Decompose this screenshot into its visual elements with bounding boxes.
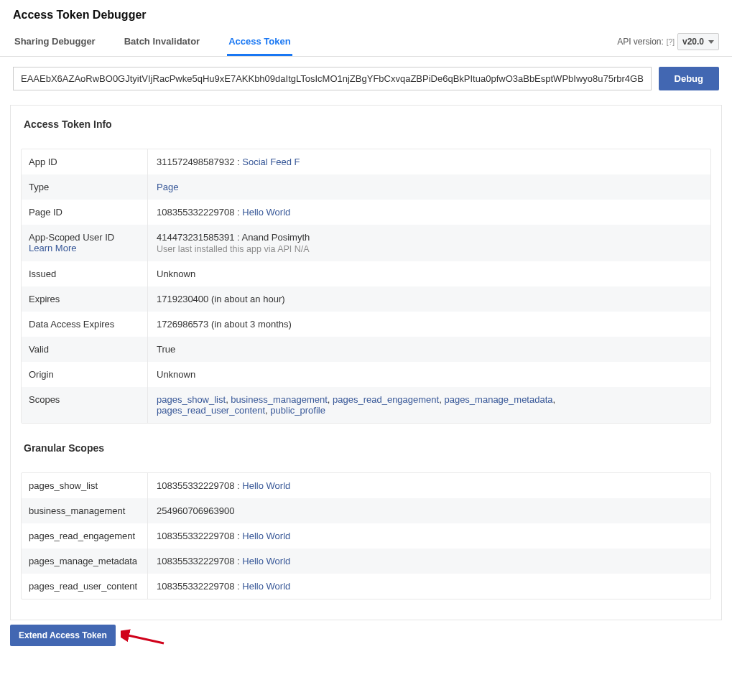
label-type: Type <box>22 174 148 200</box>
granular-scope-value: 108355332229708 : Hello World <box>148 473 710 498</box>
debug-button[interactable]: Debug <box>659 67 719 90</box>
granular-scope-value: 108355332229708 : Hello World <box>148 523 710 549</box>
value-issued: Unknown <box>148 261 710 286</box>
row-page-id: Page ID 108355332229708 : Hello World <box>22 200 710 225</box>
scope-link[interactable]: pages_read_engagement <box>333 394 439 405</box>
label-page-id: Page ID <box>22 200 148 225</box>
granular-scope-label: pages_read_user_content <box>22 574 148 599</box>
row-origin: Origin Unknown <box>22 362 710 387</box>
scope-link[interactable]: pages_read_user_content <box>157 405 265 416</box>
granular-scope-value: 254960706963900 <box>148 498 710 523</box>
granular-row: pages_read_engagement108355332229708 : H… <box>22 523 710 549</box>
section-title-access-token-info: Access Token Info <box>21 116 711 149</box>
type-link[interactable]: Page <box>157 182 178 192</box>
extend-token-row: Extend Access Token <box>0 625 732 659</box>
label-expires: Expires <box>22 286 148 312</box>
label-data-access-expires: Data Access Expires <box>22 312 148 337</box>
label-valid: Valid <box>22 337 148 362</box>
label-origin: Origin <box>22 362 148 387</box>
granular-row: pages_read_user_content108355332229708 :… <box>22 574 710 599</box>
granular-scope-label: pages_manage_metadata <box>22 549 148 574</box>
page-name-link[interactable]: Hello World <box>242 207 290 218</box>
results-panel: Access Token Info App ID 311572498587932… <box>10 105 722 620</box>
granular-row: business_management254960706963900 <box>22 498 710 523</box>
section-title-granular-scopes: Granular Scopes <box>21 439 711 472</box>
user-name: Anand Posimyth <box>242 232 310 243</box>
value-type: Page <box>148 174 710 200</box>
granular-row: pages_show_list108355332229708 : Hello W… <box>22 473 710 498</box>
granular-scope-value: 108355332229708 : Hello World <box>148 574 710 599</box>
api-version-area: API version: [?] v20.0 <box>617 33 719 56</box>
chevron-down-icon <box>708 40 714 44</box>
row-type: Type Page <box>22 174 710 200</box>
row-issued: Issued Unknown <box>22 261 710 286</box>
tabs: Sharing Debugger Batch Invalidator Acces… <box>13 27 292 56</box>
value-valid: True <box>148 337 710 362</box>
app-name-link[interactable]: Social Feed F <box>242 157 300 167</box>
access-token-input[interactable] <box>13 67 652 90</box>
label-issued: Issued <box>22 261 148 286</box>
scope-link[interactable]: pages_show_list <box>157 394 226 405</box>
tab-sharing-debugger[interactable]: Sharing Debugger <box>13 27 97 56</box>
api-version-value: v20.0 <box>682 37 704 47</box>
token-input-row: Debug <box>0 57 732 101</box>
app-id-number: 311572498587932 <box>157 157 234 167</box>
granular-scope-label: pages_read_engagement <box>22 523 148 549</box>
granular-scope-label: pages_show_list <box>22 473 148 498</box>
tab-bar: Sharing Debugger Batch Invalidator Acces… <box>0 27 732 57</box>
extend-access-token-button[interactable]: Extend Access Token <box>10 625 116 646</box>
row-data-access-expires: Data Access Expires 1726986573 (in about… <box>22 312 710 337</box>
value-user-id: 414473231585391 : Anand Posimyth User la… <box>148 225 710 261</box>
row-valid: Valid True <box>22 337 710 362</box>
api-version-select[interactable]: v20.0 <box>677 33 719 50</box>
learn-more-link[interactable]: Learn More <box>29 243 76 253</box>
label-user-id-text: App-Scoped User ID <box>29 232 114 243</box>
value-scopes: pages_show_list, business_management, pa… <box>148 387 710 423</box>
api-version-label: API version: <box>617 37 664 47</box>
row-expires: Expires 1719230400 (in about an hour) <box>22 286 710 312</box>
scope-link[interactable]: business_management <box>231 394 327 405</box>
label-app-id: App ID <box>22 149 148 174</box>
granular-row: pages_manage_metadata108355332229708 : H… <box>22 549 710 574</box>
row-app-id: App ID 311572498587932 : Social Feed F <box>22 149 710 174</box>
granular-id: 254960706963900 <box>157 505 234 516</box>
granular-link[interactable]: Hello World <box>242 531 290 541</box>
page-title: Access Token Debugger <box>0 0 732 27</box>
granular-scope-value: 108355332229708 : Hello World <box>148 549 710 574</box>
value-expires: 1719230400 (in about an hour) <box>148 286 710 312</box>
tab-batch-invalidator[interactable]: Batch Invalidator <box>123 27 201 56</box>
access-token-info-table: App ID 311572498587932 : Social Feed F T… <box>21 149 711 424</box>
page-id-number: 108355332229708 <box>157 207 234 218</box>
svg-line-0 <box>125 635 164 643</box>
value-page-id: 108355332229708 : Hello World <box>148 200 710 225</box>
help-icon[interactable]: [?] <box>667 38 675 46</box>
label-user-id: App-Scoped User ID Learn More <box>22 225 148 261</box>
label-scopes: Scopes <box>22 387 148 423</box>
granular-scope-label: business_management <box>22 498 148 523</box>
granular-link[interactable]: Hello World <box>242 556 290 566</box>
granular-id: 108355332229708 <box>157 556 234 566</box>
scope-link[interactable]: pages_manage_metadata <box>444 394 552 405</box>
tab-access-token[interactable]: Access Token <box>227 27 292 56</box>
granular-id: 108355332229708 <box>157 531 234 541</box>
user-id-number: 414473231585391 <box>157 232 234 243</box>
value-data-access-expires: 1726986573 (in about 3 months) <box>148 312 710 337</box>
scope-link[interactable]: public_profile <box>270 405 325 416</box>
granular-id: 108355332229708 <box>157 581 234 592</box>
value-app-id: 311572498587932 : Social Feed F <box>148 149 710 174</box>
value-origin: Unknown <box>148 362 710 387</box>
granular-id: 108355332229708 <box>157 480 234 491</box>
annotation-arrow-icon <box>121 629 171 648</box>
row-user-id: App-Scoped User ID Learn More 4144732315… <box>22 225 710 261</box>
granular-scopes-table: pages_show_list108355332229708 : Hello W… <box>21 472 711 599</box>
row-scopes: Scopes pages_show_list, business_managem… <box>22 387 710 423</box>
granular-link[interactable]: Hello World <box>242 581 290 592</box>
user-install-note: User last installed this app via API N/A <box>157 244 702 254</box>
granular-link[interactable]: Hello World <box>242 480 290 491</box>
